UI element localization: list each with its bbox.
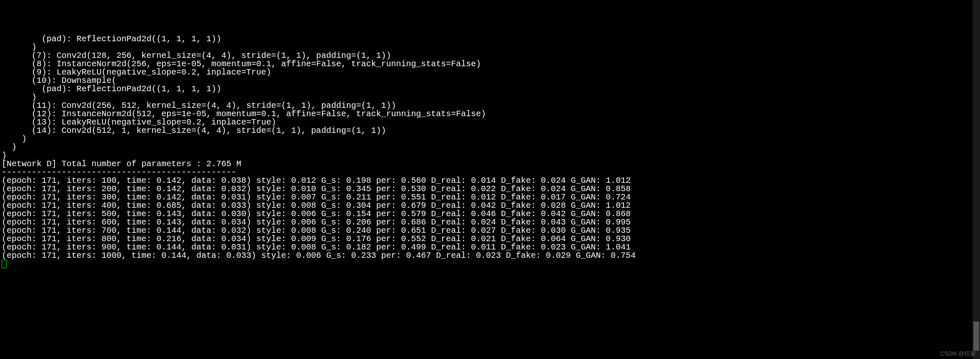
terminal-cursor	[2, 260, 7, 268]
watermark-text: CSDN @狂家	[940, 351, 976, 357]
scrollbar-thumb[interactable]	[973, 322, 979, 351]
scrollbar-track[interactable]	[973, 0, 980, 359]
terminal-output: (pad): ReflectionPad2d((1, 1, 1, 1)) ) (…	[2, 34, 636, 260]
